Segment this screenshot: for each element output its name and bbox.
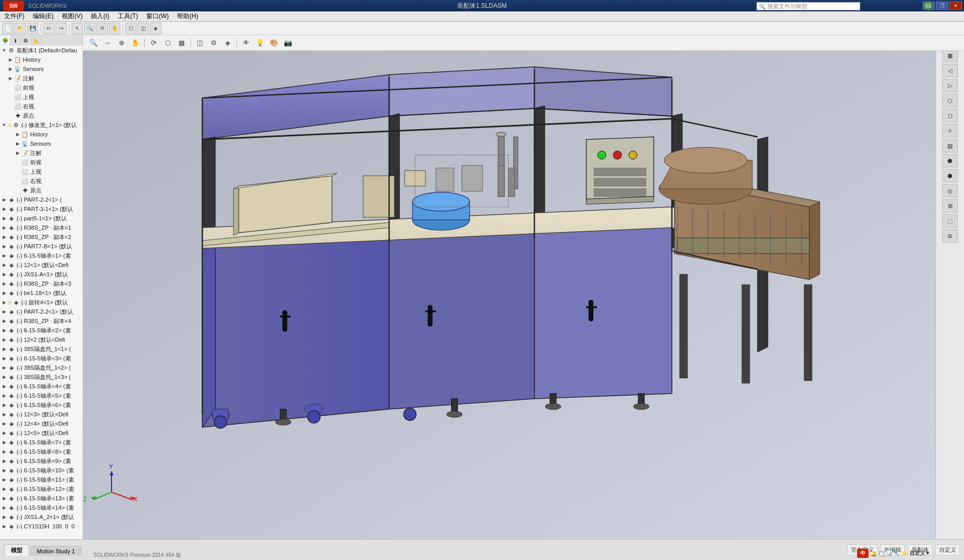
tree-item-cy1s15h[interactable]: ▶ ◈ (-) CY1S15H_100_0_0 [0, 522, 82, 529]
tab-config-manager[interactable]: ⚙ [21, 35, 31, 46]
tree-item-part2[interactable]: ▶ ◈ (-) PART-2-2<1> ( [0, 195, 82, 204]
zoom-select-btn[interactable]: ↔ [101, 37, 114, 49]
tree-item-axis6-14[interactable]: ▶ ◈ (-) 6-15-5轴承<14> (素 [0, 503, 82, 512]
tree-item-axis6-6[interactable]: ▶ ◈ (-) 6-15-5轴承<6> (素 [0, 400, 82, 410]
tree-item-origin1[interactable]: ✚ 原点 [0, 111, 82, 120]
tree-item-r38s2[interactable]: ▶ ◈ (-) R38S_ZP · 副本<2 [0, 232, 82, 242]
tab-dim-expert[interactable]: 📐 [31, 35, 42, 46]
menu-insert[interactable]: 插入(I) [87, 11, 113, 21]
tree-item-12x2[interactable]: ▶ ◈ (-) 12×2 (默认<Defi [0, 335, 82, 344]
tree-item-annotations2[interactable]: ▶ 📝 注解 [0, 148, 82, 158]
tree-item-front1[interactable]: ⬜ 前视 [0, 83, 82, 92]
zoom-btn[interactable]: 🔍 [84, 23, 95, 34]
tree-item-top1[interactable]: ⬜ 上视 [0, 92, 82, 102]
tree-item-part22[interactable]: ▶ ◈ (-) PART-2-2<1> (默认 [0, 307, 82, 316]
tree-item-axis6-12[interactable]: ▶ ◈ (-) 6-15-5轴承<12> (素 [0, 484, 82, 494]
new-btn[interactable]: 📄 [2, 23, 13, 34]
rp-btn-6[interactable]: ◻ [942, 109, 958, 122]
tree-item-axis6-9[interactable]: ▶ ◈ (-) 6-15-5轴承<9> (素 [0, 456, 82, 466]
section-btn[interactable]: ◫ [137, 23, 149, 34]
rp-btn-13[interactable]: ⬚ [942, 214, 958, 228]
tree-item-axis6[interactable]: ▶ ◈ (-) 6-15-5轴承<1> (素 [0, 251, 82, 260]
scene-btn[interactable]: 🎨 [268, 37, 280, 49]
tree-item-r38s3[interactable]: ▶ ◈ (-) R38S_ZP · 副本<3 [0, 279, 82, 288]
standard-views-btn[interactable]: ⬡ [161, 37, 174, 49]
tree-item-right1[interactable]: ⬜ 右视 [0, 102, 82, 111]
tree-item-history2[interactable]: ▶ 📋 History [0, 130, 82, 139]
menu-view[interactable]: 视图(V) [58, 11, 87, 21]
tree-item-12x4[interactable]: ▶ ◈ (-) 12<4> (默认<Defi [0, 419, 82, 428]
tree-item-history1[interactable]: ▶ 📋 History [0, 55, 82, 64]
pan-btn[interactable]: ✋ [109, 23, 120, 34]
tree-item-axis6-3[interactable]: ▶ ◈ (-) 6-15-5轴承<3> (素 [0, 354, 82, 363]
restore-button[interactable]: ❒ [936, 2, 948, 10]
tree-item-s38-3[interactable]: ▶ ◈ (-) 38S隔盘托_1<3> ( [0, 372, 82, 382]
rp-btn-8[interactable]: ▨ [942, 139, 958, 152]
menu-window[interactable]: 窗口(W) [142, 11, 173, 21]
tree-item-top2[interactable]: ⬜ 上视 [0, 167, 82, 176]
tree-item-part3[interactable]: ▶ ◈ (-) PART-3-1<1> (默认 [0, 204, 82, 214]
menu-file[interactable]: 文件(F) [0, 11, 29, 21]
tree-item-jxs1a2[interactable]: ▶ ◈ (-) JXS1-A_2<1> (默认 [0, 512, 82, 522]
rp-btn-5[interactable]: ⬡ [942, 94, 958, 107]
root-expander[interactable]: ▼ [1, 47, 7, 53]
menu-edit[interactable]: 编辑(E) [29, 11, 58, 21]
view-orient-btn[interactable]: ▦ [175, 37, 188, 49]
undo-btn[interactable]: ↩ [43, 23, 54, 34]
tree-item-r38s1[interactable]: ▶ ◈ (-) R38S_ZP · 副本<1 [0, 223, 82, 232]
tree-item-front2[interactable]: ⬜ 前视 [0, 158, 82, 167]
tree-item-axis6-7[interactable]: ▶ ◈ (-) 6-15-5轴承<7> (素 [0, 438, 82, 447]
menu-tools[interactable]: 工具(T) [114, 11, 142, 21]
camera-btn[interactable]: 📷 [282, 37, 294, 49]
tree-root-assembly[interactable]: ▼ ⚙ 装配体1 (Default<Defau [0, 46, 82, 55]
rotate-btn[interactable]: ⟳ [97, 23, 108, 34]
tree-item-part7b[interactable]: ▶ ◈ (-) PART7-B<1> (默认 [0, 242, 82, 251]
tab-property-manager[interactable]: ℹ [10, 35, 21, 46]
tab-feature-manager[interactable]: 🌳 [0, 35, 10, 46]
tree-item-origin2[interactable]: ✚ 原点 [0, 186, 82, 195]
rp-btn-14[interactable]: ⧉ [942, 229, 958, 243]
tree-item-right2[interactable]: ⬜ 右视 [0, 176, 82, 186]
tree-item-12x5[interactable]: ▶ ◈ (-) 12<5> (默认<Defi [0, 428, 82, 438]
rp-btn-3[interactable]: ◁ [942, 64, 958, 77]
view-settings-btn[interactable]: ⚙ [208, 37, 220, 49]
view3d-btn[interactable]: ⬡ [125, 23, 136, 34]
tree-item-axis6-2[interactable]: ▶ ◈ (-) 6-15-5轴承<2> (素 [0, 326, 82, 335]
select-btn[interactable]: ↖ [72, 23, 83, 34]
tree-item-sensors1[interactable]: ▶ 📡 Sensors [0, 64, 82, 74]
rp-btn-10[interactable]: ⬣ [942, 169, 958, 183]
display-style-btn[interactable]: ◈ [222, 37, 234, 49]
tree-item-axis6-13[interactable]: ▶ ◈ (-) 6-15-5轴承<13> (素 [0, 494, 82, 503]
tree-item-r38s4[interactable]: ▶ ◈ (-) R38S_ZP · 副本<4 [0, 316, 82, 326]
rp-btn-9[interactable]: ⬟ [942, 154, 958, 167]
tree-item-12x3[interactable]: ▶ ◈ (-) 12<3> (默认<Defi [0, 410, 82, 419]
open-btn[interactable]: 📂 [15, 23, 26, 34]
tree-item-s38-1[interactable]: ▶ ◈ (-) 38S隔盘托_1<1> ( [0, 344, 82, 354]
tree-item-jxs1a[interactable]: ▶ ◈ (-) JXS1-A<1> (默认 [0, 270, 82, 279]
tree-item-part5[interactable]: ▶ ◈ (-) part5-1<1> (默认 [0, 214, 82, 223]
display-btn[interactable]: ◈ [150, 23, 161, 34]
tree-item-num12[interactable]: ▶ ◈ (-) 12<1> (默认<Defi [0, 260, 82, 270]
save-btn[interactable]: 💾 [27, 23, 38, 34]
search-bar[interactable]: 🔍 搜索文件与模型 [756, 2, 860, 10]
tree-item-rotate4[interactable]: ▶ ⚠ ◈ (-) 旋转4<1> (默认 [0, 298, 82, 307]
tree-item-axis6-11[interactable]: ▶ ◈ (-) 6-15-5轴承<11> (素 [0, 475, 82, 484]
tree-item-axis6-8[interactable]: ▶ ◈ (-) 6-15-5轴承<8> (素 [0, 447, 82, 456]
menu-help[interactable]: 帮助(H) [173, 11, 202, 21]
zoom-area-btn[interactable]: ⊕ [115, 37, 128, 49]
rp-btn-7[interactable]: ◊ [942, 124, 958, 137]
pan-view-btn[interactable]: ✋ [129, 37, 142, 49]
tree-item-sensors2[interactable]: ▶ 📡 Sensors [0, 139, 82, 148]
tree-item-axis6-4[interactable]: ▶ ◈ (-) 6-15-5轴承<4> (素 [0, 382, 82, 391]
render-btn[interactable]: 💡 [254, 37, 266, 49]
3d-viewport[interactable]: X Y Z [83, 35, 935, 539]
tree-item-be118[interactable]: ▶ ◈ (-) be1-18<1> (默认 [0, 288, 82, 298]
rp-btn-11[interactable]: ◎ [942, 184, 958, 198]
redo-btn[interactable]: ↪ [56, 23, 67, 34]
tree-item-s38-2[interactable]: ▶ ◈ (-) 38S隔盘托_1<2> ( [0, 363, 82, 372]
rp-btn-4[interactable]: ▷ [942, 79, 958, 92]
hide-show-btn[interactable]: 👁 [240, 37, 252, 49]
zoom-fit-btn[interactable]: 🔍 [87, 37, 100, 49]
rp-btn-12[interactable]: ⊞ [942, 199, 958, 213]
tree-item-modify[interactable]: ▼ ⚠ ⚙ (-) 修改览_1<1> (默认 [0, 120, 82, 130]
